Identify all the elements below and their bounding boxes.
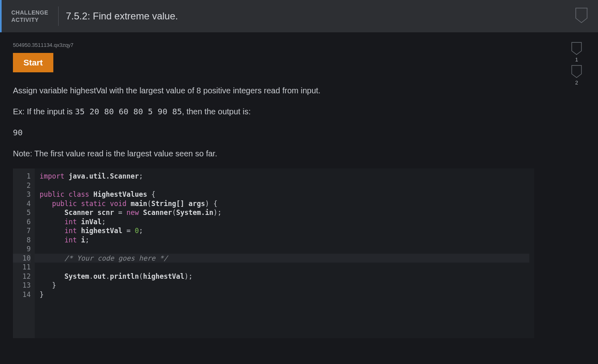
- line-number: 1: [13, 172, 31, 181]
- progress-step-2[interactable]: 2: [571, 65, 582, 86]
- code-token: int: [64, 227, 77, 235]
- example-output: 90: [13, 126, 490, 139]
- line-number: 10: [13, 254, 31, 263]
- code-token: println: [110, 272, 139, 280]
- activity-hash: 504950.3511134.qx3zqy7: [13, 42, 586, 48]
- code-token: HighestValues: [93, 190, 147, 198]
- progress-rail: 1 2: [571, 42, 582, 86]
- code-token: Scanner: [64, 208, 93, 217]
- line-number: 9: [13, 244, 31, 254]
- instruction-p2b: , then the output is:: [182, 107, 251, 116]
- code-token: Scanner: [143, 208, 172, 217]
- code-token: public: [40, 190, 64, 198]
- code-token: class: [69, 190, 89, 198]
- header-shield-icon: [575, 8, 587, 25]
- badge-line-1: CHALLENGE: [11, 9, 56, 16]
- start-button[interactable]: Start: [13, 53, 53, 72]
- step-label: 2: [575, 80, 578, 86]
- content-area: 1 2 504950.3511134.qx3zqy7 Start Assign …: [0, 32, 598, 338]
- instructions: Assign variable highestVal with the larg…: [13, 84, 490, 160]
- code-token: import: [40, 172, 64, 180]
- code-token: 0: [135, 227, 139, 235]
- line-number: 3: [13, 190, 31, 199]
- challenge-badge: CHALLENGE ACTIVITY: [11, 9, 56, 23]
- code-token: highestVal: [81, 227, 122, 235]
- shield-icon: [571, 65, 582, 78]
- code-token: int: [64, 218, 77, 226]
- progress-step-1[interactable]: 1: [571, 42, 582, 63]
- code-token: System.in: [176, 208, 213, 217]
- code-editor[interactable]: 1 2 3 4 5 6 7 8 9 10 11 12 13 14 import …: [13, 168, 534, 338]
- code-token: static: [81, 200, 105, 208]
- instruction-p2a: Ex: If the input is: [13, 107, 75, 116]
- code-token: int: [64, 236, 77, 244]
- shield-icon: [571, 42, 582, 55]
- instruction-p1: Assign variable highestVal with the larg…: [13, 84, 490, 97]
- line-number: 12: [13, 272, 31, 281]
- instruction-p2: Ex: If the input is 35 20 80 60 80 5 90 …: [13, 105, 490, 118]
- line-gutter: 1 2 3 4 5 6 7 8 9 10 11 12 13 14: [13, 168, 35, 338]
- line-number: 14: [13, 290, 31, 299]
- challenge-title: 7.5.2: Find extreme value.: [66, 11, 178, 22]
- line-number: 2: [13, 181, 31, 190]
- header-divider: [58, 6, 59, 26]
- instruction-note: Note: The first value read is the larges…: [13, 147, 490, 160]
- code-token: void: [110, 200, 126, 208]
- line-number: 5: [13, 208, 31, 217]
- line-number: 13: [13, 281, 31, 290]
- line-number: 4: [13, 199, 31, 208]
- line-number: 11: [13, 263, 31, 272]
- code-text[interactable]: import java.util.Scanner;public class Hi…: [35, 168, 534, 338]
- line-number: 7: [13, 226, 31, 236]
- code-token: public: [52, 200, 77, 208]
- code-comment: /* Your code goes here */: [64, 254, 168, 262]
- code-token: inVal: [81, 218, 101, 226]
- step-label: 1: [575, 57, 578, 63]
- line-number: 6: [13, 217, 31, 227]
- code-token: java.util.Scanner: [69, 172, 139, 180]
- challenge-header: CHALLENGE ACTIVITY 7.5.2: Find extreme v…: [0, 0, 598, 32]
- code-token: highestVal: [143, 272, 184, 280]
- code-token: out: [93, 272, 106, 280]
- example-input: 35 20 80 60 80 5 90 85: [75, 107, 182, 116]
- code-token: i: [81, 236, 85, 244]
- code-token: System: [64, 272, 89, 280]
- code-token: String[] args: [151, 200, 205, 208]
- code-token: main: [131, 200, 147, 208]
- badge-line-2: ACTIVITY: [11, 16, 56, 23]
- code-token: scnr: [97, 208, 114, 217]
- line-number: 8: [13, 236, 31, 245]
- code-token: new: [126, 208, 139, 217]
